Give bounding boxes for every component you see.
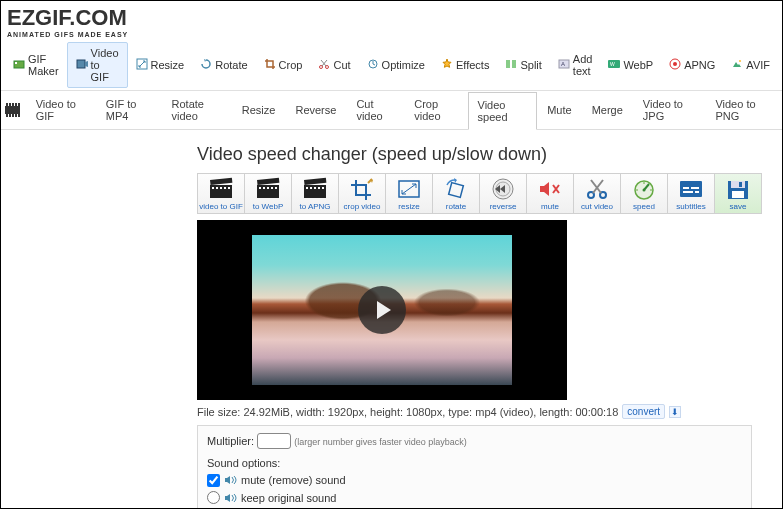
- nav2-merge[interactable]: Merge: [582, 97, 633, 123]
- play-button[interactable]: [358, 286, 406, 334]
- tool-reverse[interactable]: reverse: [479, 173, 527, 214]
- svg-point-14: [673, 62, 677, 66]
- multiplier-hint: (larger number gives faster video playba…: [294, 437, 467, 447]
- tool-to-APNG[interactable]: to APNG: [291, 173, 339, 214]
- nav1-add-text[interactable]: AAdd text: [550, 49, 601, 81]
- tool-subtitles[interactable]: subtitles: [667, 173, 715, 214]
- sound-icon: [224, 475, 237, 485]
- film-icon: [5, 103, 20, 117]
- multiplier-input[interactable]: [257, 433, 291, 449]
- file-meta-text: File size: 24.92MiB, width: 1920px, heig…: [197, 406, 618, 418]
- rotate-icon: [442, 177, 470, 201]
- svg-rect-47: [695, 191, 699, 193]
- nav1-effects[interactable]: Effects: [433, 54, 497, 76]
- nav2-video-to-png[interactable]: Video to PNG: [705, 91, 780, 129]
- sound-option-0[interactable]: mute (remove) sound: [207, 472, 742, 489]
- text-icon: A: [558, 58, 570, 72]
- svg-point-15: [739, 60, 741, 62]
- tool-crop-video[interactable]: crop video: [338, 173, 386, 214]
- resize-icon: [136, 58, 148, 72]
- nav1-cut[interactable]: Cut: [310, 54, 358, 76]
- nav2-crop-video[interactable]: Crop video: [404, 91, 467, 129]
- nav2-rotate-video[interactable]: Rotate video: [162, 91, 232, 129]
- svg-rect-29: [275, 187, 277, 189]
- sound-opt-1-input[interactable]: [207, 491, 220, 504]
- site-logo[interactable]: EZGIF.COM ANIMATED GIFS MADE EASY: [1, 1, 782, 40]
- svg-rect-52: [739, 182, 742, 187]
- nav1-webp[interactable]: WWebP: [600, 54, 661, 76]
- svg-rect-32: [306, 187, 308, 189]
- svg-rect-49: [691, 187, 699, 189]
- svg-rect-30: [304, 185, 326, 198]
- nav2-gif-to-mp4[interactable]: GIF to MP4: [96, 91, 162, 129]
- sound-options-title: Sound options:: [207, 455, 742, 472]
- svg-rect-19: [216, 187, 218, 189]
- svg-rect-22: [228, 187, 230, 189]
- nav1-split[interactable]: Split: [497, 54, 549, 76]
- split-icon: [505, 58, 517, 72]
- subtitles-icon: [677, 177, 705, 201]
- svg-rect-48: [683, 187, 689, 189]
- svg-rect-2: [77, 60, 85, 68]
- tool-mute[interactable]: mute: [526, 173, 574, 214]
- svg-rect-24: [257, 178, 279, 185]
- tool-to-WebP[interactable]: to WebP: [244, 173, 292, 214]
- nav1-apng[interactable]: APNG: [661, 54, 723, 76]
- nav1-gif-maker[interactable]: GIF Maker: [5, 49, 67, 81]
- nav1-resize[interactable]: Resize: [128, 54, 193, 76]
- multiplier-label: Multiplier:: [207, 435, 254, 447]
- svg-rect-38: [449, 183, 464, 198]
- nav1-crop[interactable]: Crop: [256, 54, 311, 76]
- tool-resize[interactable]: resize: [385, 173, 433, 214]
- webp-icon: W: [608, 58, 620, 72]
- video-icon: [76, 58, 88, 72]
- nav2-video-to-gif[interactable]: Video to GIF: [26, 91, 96, 129]
- svg-text:A: A: [561, 61, 565, 67]
- svg-rect-26: [263, 187, 265, 189]
- secondary-nav: Video to GIFGIF to MP4Rotate videoResize…: [1, 91, 782, 130]
- svg-rect-51: [731, 181, 745, 188]
- tool-rotate[interactable]: rotate: [432, 173, 480, 214]
- nav1-avif[interactable]: AVIF: [723, 54, 778, 76]
- svg-rect-21: [224, 187, 226, 189]
- nav2-resize[interactable]: Resize: [232, 97, 286, 123]
- nav1-rotate[interactable]: Rotate: [192, 54, 255, 76]
- tool-video-to-GIF[interactable]: video to GIF: [197, 173, 245, 214]
- nav1-optimize[interactable]: Optimize: [359, 54, 433, 76]
- nav2-mute[interactable]: Mute: [537, 97, 581, 123]
- svg-rect-25: [259, 187, 261, 189]
- effects-icon: [441, 58, 453, 72]
- convert-link[interactable]: convert: [622, 404, 665, 419]
- svg-rect-1: [15, 62, 17, 64]
- download-icon[interactable]: ⬇: [669, 406, 681, 418]
- apng-icon: [669, 58, 681, 72]
- svg-point-44: [643, 189, 646, 192]
- tool-speed[interactable]: speed: [620, 173, 668, 214]
- options-form: Multiplier: (larger number gives faster …: [197, 425, 752, 509]
- tool-save[interactable]: save: [714, 173, 762, 214]
- page-title: Video speed changer (speed up/slow down): [197, 144, 772, 165]
- crop-icon: [348, 177, 376, 201]
- nav1-video-to-gif[interactable]: Video to GIF: [67, 42, 128, 88]
- gif-icon: [13, 58, 25, 72]
- svg-rect-53: [732, 191, 744, 198]
- nav2-video-to-jpg[interactable]: Video to JPG: [633, 91, 706, 129]
- cut-icon: [583, 177, 611, 201]
- nav2-video-speed[interactable]: Video speed: [468, 92, 538, 130]
- tool-cut-video[interactable]: cut video: [573, 173, 621, 214]
- optimize-icon: [367, 58, 379, 72]
- video-preview[interactable]: [197, 220, 567, 400]
- save-icon: [724, 177, 752, 201]
- sound-opt-0-input[interactable]: [207, 474, 220, 487]
- svg-rect-16: [210, 185, 232, 198]
- svg-rect-23: [257, 185, 279, 198]
- svg-rect-33: [310, 187, 312, 189]
- sound-option-1[interactable]: keep original sound: [207, 490, 742, 507]
- svg-rect-20: [220, 187, 222, 189]
- nav2-reverse[interactable]: Reverse: [285, 97, 346, 123]
- toolbar: video to GIFto WebPto APNGcrop videoresi…: [197, 173, 772, 214]
- primary-nav: GIF MakerVideo to GIFResizeRotateCropCut…: [1, 40, 782, 91]
- speed-icon: [630, 177, 658, 201]
- resize-icon: [395, 177, 423, 201]
- nav2-cut-video[interactable]: Cut video: [346, 91, 404, 129]
